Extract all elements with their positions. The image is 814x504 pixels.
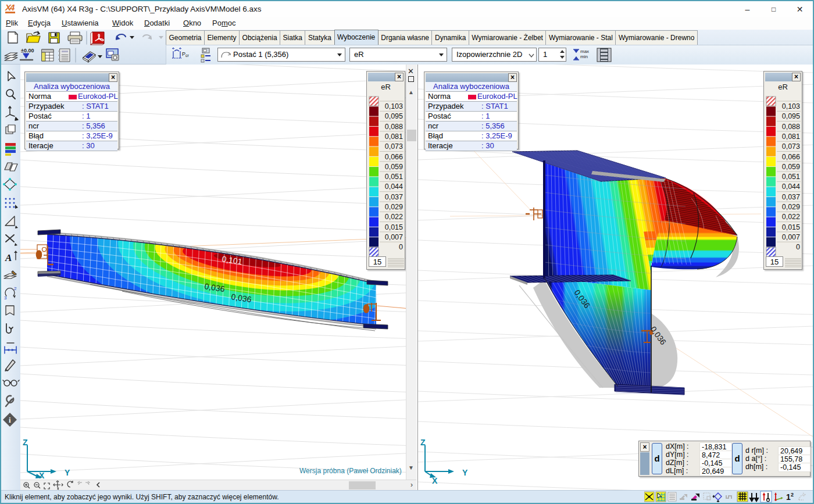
svg-text:i: i (9, 416, 11, 424)
svg-text:0,073: 0,073 (385, 142, 403, 151)
svg-text:0,007: 0,007 (782, 233, 800, 241)
svg-text:0,037: 0,037 (385, 193, 403, 201)
svg-text:0,073: 0,073 (782, 142, 800, 151)
svg-text:0,022: 0,022 (385, 213, 403, 221)
svg-text:0,066: 0,066 (385, 153, 403, 161)
svg-text:0: 0 (399, 243, 403, 251)
svg-text:0,044: 0,044 (782, 183, 800, 191)
svg-text:0,103: 0,103 (782, 102, 800, 110)
svg-text:0,022: 0,022 (782, 213, 800, 221)
svg-text:0,103: 0,103 (385, 102, 403, 110)
svg-text:0,044: 0,044 (385, 183, 403, 191)
svg-text:0,081: 0,081 (385, 133, 403, 141)
svg-text:0,088: 0,088 (782, 123, 800, 131)
svg-text:0,029: 0,029 (385, 203, 403, 211)
svg-text:±0.00: ±0.00 (21, 48, 34, 53)
svg-text:A: A (5, 252, 12, 263)
svg-text:0,015: 0,015 (385, 223, 403, 231)
svg-text:0,037: 0,037 (782, 193, 800, 201)
svg-text:0,051: 0,051 (385, 173, 403, 181)
svg-text:0,007: 0,007 (385, 233, 403, 241)
svg-text:2: 2 (791, 492, 794, 498)
svg-text:0,015: 0,015 (782, 223, 800, 231)
svg-text:0,051: 0,051 (782, 173, 800, 181)
svg-text:1: 1 (786, 492, 791, 502)
svg-text:0,029: 0,029 (782, 203, 800, 211)
svg-text:max: max (580, 49, 589, 54)
svg-text:0,059: 0,059 (385, 163, 403, 171)
svg-text:0: 0 (796, 243, 800, 251)
svg-text:3: 3 (4, 295, 7, 301)
svg-text:2: 2 (14, 286, 17, 291)
svg-text:0,095: 0,095 (782, 112, 800, 120)
svg-text:0,059: 0,059 (782, 163, 800, 171)
svg-text:cr: cr (185, 53, 190, 58)
svg-text:0,066: 0,066 (782, 153, 800, 161)
svg-text:0,081: 0,081 (782, 133, 800, 141)
svg-text:min: min (580, 54, 588, 59)
svg-text:0,088: 0,088 (385, 123, 403, 131)
svg-text:0,095: 0,095 (385, 112, 403, 120)
